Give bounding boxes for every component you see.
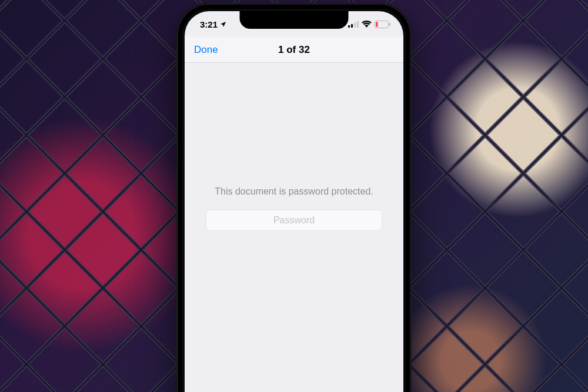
done-button[interactable]: Done [194,37,218,63]
page-counter-title: 1 of 32 [278,44,310,56]
svg-rect-6 [376,22,377,26]
document-locked-view: This document is password protected. [185,63,403,392]
password-protected-message: This document is password protected. [215,186,373,197]
location-icon [220,21,226,28]
navigation-bar: Done 1 of 32 [185,37,403,63]
svg-rect-4 [357,21,359,28]
iphone-notch [240,11,349,29]
svg-rect-1 [348,25,350,28]
status-bar-right [348,21,390,28]
status-time: 3:21 [200,19,218,29]
svg-rect-7 [389,23,390,26]
svg-rect-2 [351,24,353,28]
photo-background: 3:21 [0,0,588,392]
password-input[interactable] [206,210,382,231]
svg-rect-3 [354,22,356,28]
iphone-screen: 3:21 [185,11,403,392]
wifi-icon [362,21,372,28]
battery-low-icon [375,21,390,28]
cellular-icon [348,21,359,28]
status-bar-left: 3:21 [200,19,226,29]
iphone-device-frame: 3:21 [176,3,412,392]
